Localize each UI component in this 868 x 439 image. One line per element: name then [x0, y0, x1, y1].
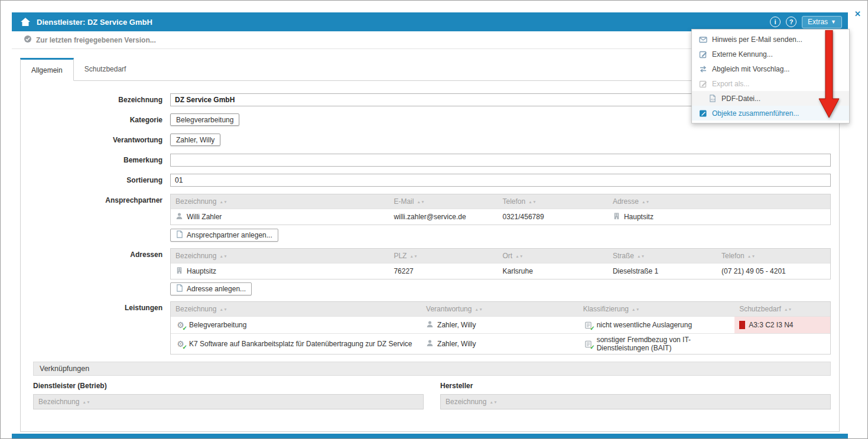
menu-item-hinweis-email[interactable]: Hinweis per E-Mail senden... — [692, 32, 849, 47]
classification-check-icon: ✓ — [583, 320, 593, 330]
hersteller-table: Bezeichnung▲▼ — [440, 394, 831, 409]
sort-icon: ▲▼ — [474, 307, 483, 311]
help-icon[interactable]: ? — [786, 17, 797, 27]
building-icon — [613, 212, 620, 222]
hersteller-label: Hersteller — [440, 382, 831, 390]
sort-icon: ▲▼ — [784, 307, 792, 311]
ansprechpartner-table: Bezeichnung▲▼ E-Mail▲▼ Telefon▲▼ Adresse… — [170, 194, 831, 225]
column-label: Telefon — [721, 252, 745, 260]
export-icon — [699, 80, 707, 88]
service-provider-icon — [20, 17, 31, 27]
extras-button[interactable]: Extras ▼ — [802, 16, 842, 28]
new-document-icon — [176, 284, 183, 294]
schutzbedarf-cell — [734, 334, 830, 354]
last-approved-version-link[interactable]: Zur letzten freigegebenen Version... — [36, 36, 156, 44]
column-header-telefon[interactable]: Telefon▲▼ — [717, 249, 830, 263]
leistung-verantwortung: Zahler, Willy — [437, 340, 476, 348]
service-check-icon: ⚙✓ — [175, 339, 186, 349]
column-header-bezeichnung[interactable]: Bezeichnung▲▼ — [441, 395, 830, 409]
table-row[interactable]: Willi Zahler willi.zahler@service.de 032… — [171, 209, 830, 225]
leistung-klassifizierung: sonstiger Fremdbezug von IT-Dienstleistu… — [597, 336, 730, 352]
verknuepfungen-section: Verknüpfungen Dienstleister (Betrieb) Be… — [33, 362, 831, 409]
page-title: Dienstleister: DZ Service GmbH — [37, 18, 152, 27]
compare-arrows-icon — [699, 65, 707, 73]
adressen-row: Adressen Bezeichnung▲▼ PLZ▲▼ Ort▲▼ Straß… — [21, 248, 831, 279]
sort-icon: ▲▼ — [409, 254, 418, 258]
column-header-klassifizierung[interactable]: Klassifizierung▲▼ — [578, 302, 734, 316]
column-header-verantwortung[interactable]: Verantwortung▲▼ — [421, 302, 578, 316]
menu-item-objekte-zusammenfuehren[interactable]: Objekte zusammenführen... — [692, 106, 849, 121]
table-header: Bezeichnung▲▼ PLZ▲▼ Ort▲▼ Straße▲▼ Telef… — [171, 249, 830, 263]
spacer — [21, 282, 170, 295]
person-icon — [175, 212, 183, 222]
contact-phone: 0321/456789 — [503, 213, 544, 221]
sort-icon: ▲▼ — [747, 254, 756, 258]
risk-indicator — [739, 321, 745, 329]
leistung-klassifizierung: nicht wesentliche Auslagerung — [597, 321, 692, 329]
add-adresse-button[interactable]: Adresse anlegen... — [170, 282, 252, 295]
info-icon[interactable]: i — [770, 17, 781, 27]
column-label: Adresse — [613, 197, 639, 206]
column-header-bezeichnung[interactable]: Bezeichnung▲▼ — [34, 395, 423, 409]
person-icon — [426, 320, 434, 330]
table-row[interactable]: ⚙✓ K7 Software auf Bankarbeitsplatz für … — [171, 333, 830, 354]
column-header-bezeichnung[interactable]: Bezeichnung▲▼ — [171, 302, 421, 316]
table-row[interactable]: Hauptsitz 76227 Karlsruhe Dieselstraße 1… — [171, 263, 830, 279]
column-header-telefon[interactable]: Telefon▲▼ — [498, 194, 608, 209]
bemerkung-input[interactable] — [170, 154, 831, 167]
service-check-icon: ⚙✓ — [175, 320, 186, 330]
column-header-ort[interactable]: Ort▲▼ — [498, 249, 608, 263]
column-header-strasse[interactable]: Straße▲▼ — [608, 249, 717, 263]
person-icon — [426, 339, 434, 349]
sort-icon: ▲▼ — [219, 307, 227, 311]
column-header-bezeichnung[interactable]: Bezeichnung▲▼ — [171, 194, 389, 209]
adressen-actions-row: Adresse anlegen... — [21, 282, 831, 295]
tab-schutzbedarf[interactable]: Schutzbedarf — [74, 57, 137, 80]
leistungen-label: Leistungen — [21, 301, 170, 355]
column-header-plz[interactable]: PLZ▲▼ — [389, 249, 498, 263]
schutzbedarf-cell: A3:3 C2 I3 N4 — [734, 317, 830, 333]
column-label: Bezeichnung — [175, 305, 216, 313]
tab-allgemein[interactable]: Allgemein — [20, 58, 74, 81]
table-header: Bezeichnung▲▼ — [441, 395, 830, 409]
menu-item-pdf-datei[interactable]: PDF PDF-Datei... — [692, 91, 849, 106]
column-label: Bezeichnung — [38, 398, 79, 406]
sort-icon: ▲▼ — [417, 200, 425, 204]
address-telefon: (07 21) 49 05 - 4201 — [721, 267, 786, 275]
title-bar-actions: i ? Extras ▼ — [770, 16, 842, 28]
add-ansprechpartner-button[interactable]: Ansprechpartner anlegen... — [170, 229, 278, 242]
address-name: Hauptsitz — [187, 267, 216, 275]
bezeichnung-label: Bezeichnung — [21, 93, 170, 106]
kategorie-chip[interactable]: Belegverarbeitung — [170, 113, 239, 126]
new-document-icon — [176, 230, 183, 240]
sort-icon: ▲▼ — [515, 254, 524, 258]
sortierung-input[interactable] — [170, 174, 831, 187]
dienstleister-betrieb-column: Dienstleister (Betrieb) Bezeichnung▲▼ — [33, 382, 424, 409]
ansprechpartner-actions-row: Ansprechpartner anlegen... — [21, 229, 831, 242]
chevron-down-icon: ▼ — [831, 19, 836, 25]
edit-square-icon — [699, 50, 707, 58]
column-header-adresse[interactable]: Adresse▲▼ — [608, 194, 830, 209]
menu-item-abgleich-vorschlag[interactable]: Abgleich mit Vorschlag... — [692, 61, 849, 76]
table-row[interactable]: ⚙✓ Belegverarbeitung Zahler, Willy ✓ nic… — [171, 316, 830, 333]
sort-icon: ▲▼ — [637, 254, 645, 258]
verantwortung-label: Verantwortung — [21, 134, 170, 147]
column-header-email[interactable]: E-Mail▲▼ — [389, 194, 498, 209]
verantwortung-chip[interactable]: Zahler, Willy — [170, 134, 220, 146]
column-header-bezeichnung[interactable]: Bezeichnung▲▼ — [171, 249, 389, 263]
menu-item-label: Externe Kennung... — [712, 50, 773, 58]
allgemein-panel: Bezeichnung Kategorie Belegverarbeitung … — [20, 80, 840, 432]
app-window: Dienstleister: DZ Service GmbH i ? Extra… — [0, 0, 868, 439]
menu-item-label: Export als... — [712, 80, 749, 88]
menu-item-externe-kennung[interactable]: Externe Kennung... — [692, 47, 849, 61]
close-icon[interactable]: ✕ — [854, 9, 861, 18]
table-header: Bezeichnung▲▼ — [34, 395, 423, 409]
email-icon — [699, 35, 707, 44]
spacer — [21, 229, 170, 242]
column-header-schutzbedarf[interactable]: Schutzbedarf▲▼ — [734, 302, 830, 316]
footer-bar — [12, 434, 848, 438]
menu-item-label: Objekte zusammenführen... — [712, 109, 799, 118]
extras-button-label: Extras — [808, 18, 828, 26]
sort-icon: ▲▼ — [219, 200, 227, 204]
sort-icon: ▲▼ — [632, 307, 640, 311]
